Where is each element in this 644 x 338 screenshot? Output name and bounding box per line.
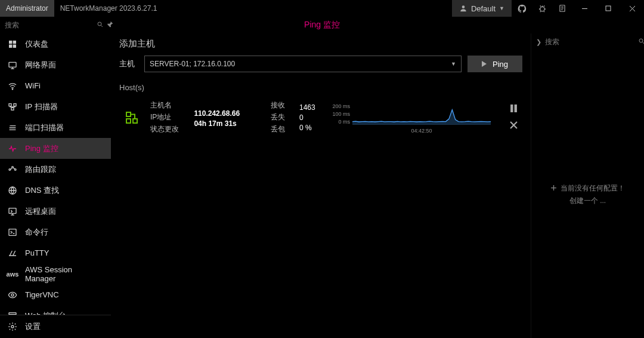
- svg-rect-28: [510, 105, 513, 112]
- sidebar-item-webconsole[interactable]: Web 控制台: [0, 305, 111, 315]
- svg-text:#: #: [8, 124, 10, 127]
- rdp-icon: [7, 207, 18, 216]
- powershell-icon: [7, 228, 18, 237]
- sidebar-search-input[interactable]: [5, 21, 94, 29]
- hosts-section-label: Host(s): [119, 83, 522, 92]
- empty-text-1: 当前没有任何配置！: [561, 183, 625, 193]
- svg-rect-6: [13, 41, 16, 44]
- pingmonitor-icon: [7, 144, 18, 153]
- svg-rect-12: [14, 103, 16, 106]
- chevron-down-icon: ▼: [499, 5, 504, 11]
- chevron-right-icon[interactable]: ❯: [536, 38, 541, 46]
- traceroute-icon: [7, 165, 18, 174]
- ytick: 100 ms: [332, 111, 350, 117]
- tigervnc-icon: [7, 290, 18, 300]
- ping-button[interactable]: Ping: [467, 56, 522, 72]
- sidebar-item-dashboard[interactable]: 仪表盘: [0, 33, 111, 54]
- nav-label: TigerVNC: [25, 290, 59, 299]
- app-title: NETworkManager 2023.6.27.1: [54, 4, 157, 13]
- chevron-down-icon[interactable]: ▼: [451, 61, 456, 67]
- close-button[interactable]: [620, 0, 644, 17]
- sidebar-item-pingmonitor[interactable]: Ping 监控: [0, 138, 111, 159]
- sidebar: 仪表盘网络界面WiFiIP 扫描器#端口扫描器Ping 监控路由跟踪DNS 查找…: [0, 33, 111, 338]
- profiles-search[interactable]: ❯ +: [531, 33, 644, 50]
- sidebar-item-traceroute[interactable]: 路由跟踪: [0, 159, 111, 180]
- nav-label: PuTTY: [25, 248, 49, 257]
- pin-icon[interactable]: [106, 20, 114, 30]
- add-host-title: 添加主机: [119, 38, 522, 50]
- svg-rect-7: [9, 44, 12, 47]
- status-label: 状态更改: [150, 124, 184, 134]
- play-icon: [482, 61, 487, 67]
- user-icon: [459, 4, 467, 13]
- received-value: 1463: [299, 103, 321, 112]
- received-label: 接收: [271, 100, 289, 110]
- nav-label: Ping 监控: [25, 143, 58, 154]
- svg-point-30: [639, 39, 643, 42]
- ip-label: IP地址: [150, 112, 184, 122]
- stats-value-column: 1463 0 0 %: [299, 103, 321, 132]
- github-icon[interactable]: [512, 0, 532, 17]
- sidebar-item-rdp[interactable]: 远程桌面: [0, 201, 111, 222]
- nav-label: 仪表盘: [25, 39, 48, 50]
- sidebar-item-ipscanner[interactable]: IP 扫描器: [0, 96, 111, 117]
- plus-icon: +: [550, 182, 557, 195]
- profiles-search-input[interactable]: [545, 38, 634, 46]
- search-icon[interactable]: [638, 38, 644, 47]
- settings-label: 设置: [25, 321, 41, 332]
- ytick: 0 ms: [332, 119, 350, 125]
- nav-label: Web 控制台: [25, 311, 66, 315]
- ytick: 200 ms: [332, 103, 350, 109]
- network-icon: [7, 60, 18, 70]
- nav-label: 网络界面: [25, 60, 56, 70]
- nav-label: WiFi: [25, 81, 41, 90]
- lost-label: 丢失: [271, 112, 289, 122]
- sidebar-item-powershell[interactable]: 命令行: [0, 222, 111, 242]
- svg-rect-26: [126, 119, 131, 123]
- ipscanner-icon: [7, 102, 18, 112]
- sidebar-item-network[interactable]: 网络界面: [0, 54, 111, 75]
- profile-name: Default: [471, 4, 496, 13]
- svg-point-15: [9, 168, 11, 170]
- svg-point-23: [11, 325, 14, 328]
- pause-button[interactable]: [510, 105, 518, 114]
- host-field-label: 主机: [119, 59, 138, 69]
- svg-rect-25: [133, 119, 137, 123]
- profiles-empty-state: + 当前没有任何配置！ 创建一个 ...: [531, 50, 644, 338]
- sidebar-item-settings[interactable]: 设置: [0, 315, 111, 338]
- aws-icon: aws: [7, 271, 18, 278]
- titlebar: Administrator NETworkManager 2023.6.27.1…: [0, 0, 644, 17]
- nav-label: 命令行: [25, 227, 48, 238]
- nav-label: 路由跟踪: [25, 164, 56, 175]
- svg-point-10: [12, 88, 13, 89]
- search-icon[interactable]: [97, 21, 104, 30]
- loss-value: 0 %: [299, 124, 321, 132]
- host-label-column: 主机名 IP地址 状态更改: [150, 100, 184, 134]
- maximize-button[interactable]: [596, 0, 620, 17]
- sidebar-search[interactable]: [0, 17, 111, 33]
- host-value-column: 110.242.68.66 04h 17m 31s: [194, 107, 260, 128]
- sidebar-item-dns[interactable]: DNS 查找: [0, 180, 111, 201]
- nav-label: IP 扫描器: [25, 102, 58, 112]
- remove-button[interactable]: [510, 121, 518, 131]
- sidebar-item-aws[interactable]: awsAWS Session Manager: [0, 263, 111, 284]
- sidebar-item-portscanner[interactable]: #端口扫描器: [0, 117, 111, 138]
- bug-icon[interactable]: [532, 0, 552, 17]
- ping-chart: 200 ms 100 ms 0 ms 04:42:50: [332, 103, 491, 132]
- nav-label: DNS 查找: [25, 185, 59, 196]
- profile-dropdown[interactable]: Default ▼: [452, 0, 512, 17]
- sidebar-item-tigervnc[interactable]: TigerVNC: [0, 284, 111, 305]
- svg-rect-5: [9, 41, 12, 44]
- main-content: 添加主机 主机 SERVER-01; 172.16.0.100 ▼ Ping H…: [111, 33, 531, 338]
- sidebar-item-putty[interactable]: PuTTY: [0, 242, 111, 263]
- svg-rect-29: [515, 105, 517, 112]
- sidebar-item-wifi[interactable]: WiFi: [0, 75, 111, 96]
- host-input[interactable]: SERVER-01; 172.16.0.100 ▼: [144, 56, 462, 72]
- docs-icon[interactable]: [552, 0, 572, 17]
- minimize-button[interactable]: [572, 0, 596, 17]
- putty-icon: [7, 248, 18, 258]
- page-title: Ping 监控: [304, 20, 340, 30]
- lost-value: 0: [299, 113, 321, 122]
- stats-label-column: 接收 丢失 丢包: [271, 100, 289, 134]
- portscanner-icon: #: [7, 123, 18, 133]
